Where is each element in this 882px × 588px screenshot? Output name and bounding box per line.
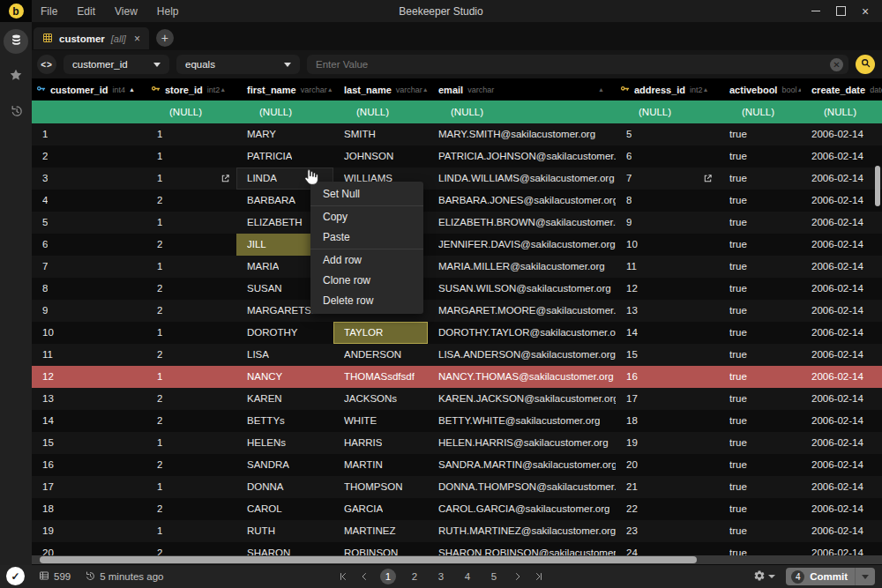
table-cell[interactable]: 2 (146, 234, 236, 256)
table-cell[interactable]: 23 (616, 520, 719, 542)
table-cell[interactable]: true (719, 300, 801, 322)
table-cell[interactable]: RUTH (236, 520, 333, 542)
table-cell[interactable]: 15 (32, 432, 146, 454)
table-cell[interactable]: 2006-02-14 (801, 145, 882, 167)
table-cell[interactable]: CAROL (236, 498, 333, 520)
table-cell[interactable]: 1 (146, 520, 236, 542)
table-cell[interactable]: 1 (146, 256, 236, 278)
table-cell[interactable]: BARBARA.JONES@sakilacustomer.org (428, 190, 616, 212)
table-cell[interactable]: 1 (146, 322, 236, 344)
column-header-address_id[interactable]: address_idint2▲ (616, 78, 719, 100)
tab-customer[interactable]: customer [all] × (34, 27, 149, 49)
table-cell[interactable]: true (719, 167, 801, 190)
table-cell[interactable]: 2006-02-14 (801, 322, 882, 344)
context-menu-item-set-null[interactable]: Set Null (310, 184, 423, 205)
insert-row-cell[interactable]: (NULL) (428, 100, 616, 123)
table-cell[interactable]: TAYLOR (333, 322, 428, 344)
table-cell[interactable]: PATRICIA (236, 145, 333, 167)
sort-arrow-icon[interactable]: ▲ (327, 86, 333, 93)
table-cell[interactable]: 11 (32, 344, 146, 366)
table-cell[interactable]: 10 (616, 234, 719, 256)
first-page-icon[interactable] (338, 571, 348, 582)
table-cell[interactable]: 1 (146, 366, 236, 388)
column-header-activebool[interactable]: activeboolbool▲ (719, 78, 801, 100)
table-cell[interactable]: true (719, 212, 801, 234)
table-cell[interactable]: true (719, 234, 801, 256)
table-cell[interactable]: 9 (616, 212, 719, 234)
table-cell[interactable]: 2 (146, 190, 236, 212)
page-button-4[interactable]: 4 (460, 569, 475, 584)
table-cell[interactable]: HARRIS (333, 432, 428, 454)
sort-arrow-icon[interactable]: ▲ (598, 86, 604, 93)
table-cell[interactable]: 1 (146, 145, 236, 167)
table-cell[interactable]: 2 (146, 388, 236, 410)
filter-field-select[interactable]: customer_id (64, 55, 169, 74)
table-cell[interactable]: JOHNSON (333, 145, 428, 167)
table-cell[interactable]: 14 (32, 410, 146, 432)
table-cell[interactable]: 3 (32, 167, 146, 190)
sort-arrow-icon[interactable]: ▲ (703, 86, 709, 93)
table-cell[interactable]: 2006-02-14 (801, 344, 882, 366)
table-cell[interactable]: 14 (616, 322, 719, 344)
table-cell[interactable]: true (719, 432, 801, 454)
table-cell[interactable]: BETTY.WHITE@sakilacustomer.org (428, 410, 616, 432)
table-cell[interactable]: HELENs (236, 432, 333, 454)
table-cell[interactable]: 2 (146, 498, 236, 520)
sort-arrow-icon[interactable]: ▲ (129, 86, 135, 93)
column-header-first_name[interactable]: first_namevarchar▲ (236, 78, 333, 100)
column-header-store_id[interactable]: store_idint2▲ (146, 78, 236, 100)
table-cell[interactable]: 2 (146, 300, 236, 322)
filter-operator-select[interactable]: equals (176, 55, 300, 74)
page-button-5[interactable]: 5 (486, 569, 502, 584)
table-cell[interactable]: true (719, 256, 801, 278)
table-cell[interactable]: MARTIN (333, 454, 428, 476)
last-refresh[interactable]: 5 minutes ago (85, 570, 163, 583)
table-cell[interactable]: 8 (616, 190, 719, 212)
table-cell[interactable]: 5 (616, 123, 719, 145)
table-cell[interactable]: 2006-02-14 (801, 366, 882, 388)
table-cell[interactable]: 22 (616, 498, 719, 520)
table-cell[interactable]: BETTYs (236, 410, 333, 432)
table-cell[interactable]: MARY (236, 123, 333, 145)
table-cell[interactable]: 2006-02-14 (801, 498, 882, 520)
table-cell[interactable]: 6 (32, 234, 146, 256)
table-cell[interactable]: 1 (32, 123, 146, 145)
expand-icon[interactable] (703, 174, 713, 183)
maximize-icon[interactable] (834, 5, 847, 18)
table-cell[interactable]: SMITH (333, 123, 428, 145)
context-menu-item-copy[interactable]: Copy (310, 207, 423, 227)
commit-dropdown-icon[interactable] (856, 575, 875, 579)
sidebar-item-favorites[interactable] (4, 64, 28, 89)
table-cell[interactable]: true (719, 388, 801, 410)
table-cell[interactable]: SANDRA (236, 454, 333, 476)
menu-help[interactable]: Help (157, 5, 179, 18)
table-cell[interactable]: KAREN.JACKSON@sakilacustomer.org (428, 388, 616, 410)
code-icon[interactable]: <> (37, 55, 56, 74)
table-cell[interactable]: true (719, 454, 801, 476)
prev-page-icon[interactable] (359, 571, 370, 582)
menu-view[interactable]: View (115, 5, 138, 18)
table-cell[interactable]: 2 (32, 145, 146, 167)
table-cell[interactable]: LISA.ANDERSON@sakilacustomer.org (428, 344, 616, 366)
table-cell[interactable]: KAREN (236, 388, 333, 410)
insert-row-cell[interactable] (32, 100, 146, 123)
table-cell[interactable]: MARGARET.MOORE@sakilacustomer.org (428, 300, 616, 322)
table-cell[interactable]: 1 (146, 212, 236, 234)
expand-icon[interactable] (220, 174, 230, 183)
column-header-customer_id[interactable]: customer_idint4▲ (32, 78, 146, 100)
commit-button[interactable]: 4 Commit (786, 568, 875, 585)
table-cell[interactable]: 17 (616, 388, 719, 410)
context-menu-item-add-row[interactable]: Add row (310, 250, 423, 271)
table-cell[interactable]: true (719, 123, 801, 145)
sidebar-item-databases[interactable] (4, 29, 28, 54)
table-cell[interactable]: PATRICIA.JOHNSON@sakilacustomer.org (428, 145, 616, 167)
table-cell[interactable]: true (719, 190, 801, 212)
table-cell[interactable]: 2 (146, 278, 236, 300)
table-cell[interactable]: LISA (236, 344, 333, 366)
scrollbar-thumb[interactable] (40, 556, 697, 563)
insert-row-cell[interactable]: (NULL) (146, 100, 236, 123)
insert-row-cell[interactable]: (NULL) (616, 100, 719, 123)
table-cell[interactable]: 7 (616, 167, 719, 190)
table-cell[interactable]: true (719, 366, 801, 388)
table-cell[interactable]: 2006-02-14 (801, 190, 882, 212)
